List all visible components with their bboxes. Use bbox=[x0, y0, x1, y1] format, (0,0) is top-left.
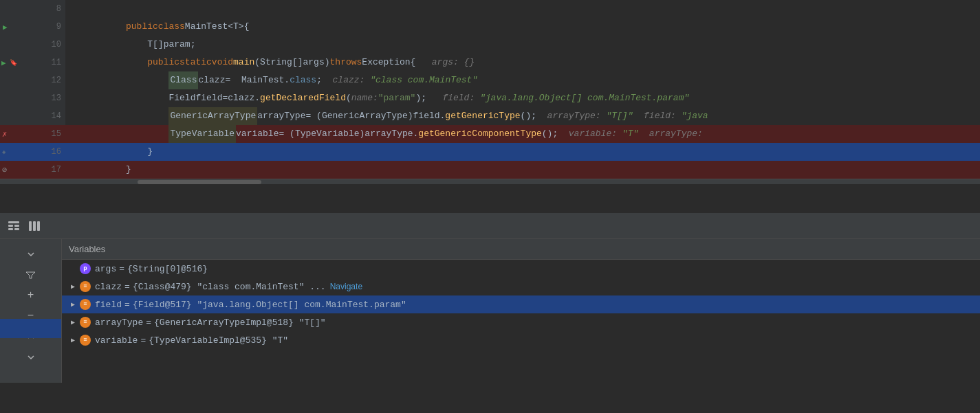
svg-rect-4 bbox=[14, 228, 19, 230]
expand-field[interactable]: ▶ bbox=[67, 299, 78, 310]
variable-list[interactable]: p args = {String[0]@516} ▶ ≡ clazz = {Cl… bbox=[62, 260, 980, 383]
no-entry-icon-17: ⊘ bbox=[2, 165, 7, 175]
code-line-9: ▶ 9 public class MainTest<T> { bbox=[0, 18, 980, 36]
code-line-12: 12 Class clazz = MainTest.class; clazz: … bbox=[0, 71, 980, 89]
navigate-clazz[interactable]: Navigate bbox=[330, 282, 362, 291]
columns-view-button[interactable] bbox=[26, 218, 43, 234]
line-content-14: GenericArrayType arrayType = (GenericArr… bbox=[65, 107, 980, 125]
line-content-11: public static void main(String[] args) t… bbox=[65, 54, 980, 71]
selected-highlight bbox=[0, 319, 61, 338]
var-name-variable: variable bbox=[95, 335, 138, 346]
svg-rect-6 bbox=[33, 221, 36, 231]
variables-panel: + − Variables bbox=[0, 239, 980, 383]
variables-header: Variables bbox=[62, 239, 980, 260]
move-down-button[interactable] bbox=[21, 348, 41, 367]
line-num-14: 14 bbox=[0, 107, 65, 125]
line-num-13: 13 bbox=[0, 89, 65, 107]
svg-rect-2 bbox=[14, 225, 19, 227]
var-name-field: field bbox=[95, 300, 122, 310]
variable-list-container: Variables p args = {String[0]@516} ▶ ≡ c… bbox=[62, 239, 980, 383]
var-value-arraytype: {GenericArrayTypeImpl@518} "T[]" bbox=[154, 317, 326, 328]
line-num-8: 8 bbox=[0, 0, 65, 18]
var-name-arraytype: arrayType bbox=[95, 317, 143, 328]
filter-button[interactable] bbox=[21, 265, 41, 284]
code-line-10: 10 T[] param; bbox=[0, 36, 980, 54]
line-num-17: ⊘ 17 bbox=[0, 161, 65, 179]
expand-args bbox=[67, 263, 78, 274]
line-num-16: ◈ 16 bbox=[0, 143, 65, 161]
line-num-10: 10 bbox=[0, 36, 65, 54]
expand-arraytype[interactable]: ▶ bbox=[67, 317, 78, 328]
line-content-9: public class MainTest<T> { bbox=[65, 18, 980, 36]
horizontal-scrollbar-thumb[interactable] bbox=[138, 180, 261, 184]
var-item-arraytype[interactable]: ▶ ≡ arrayType = {GenericArrayTypeImpl@51… bbox=[62, 313, 980, 331]
expand-clazz[interactable]: ▶ bbox=[67, 281, 78, 292]
svg-rect-3 bbox=[8, 228, 13, 230]
code-line-16: ◈ 16 } bbox=[0, 143, 980, 161]
line-num-11: ▶ 🔖 11 bbox=[0, 54, 65, 71]
run-icon-9[interactable]: ▶ bbox=[3, 23, 8, 32]
var-icon-arraytype: ≡ bbox=[80, 317, 91, 328]
line-content-17: } bbox=[65, 161, 980, 179]
var-item-args[interactable]: p args = {String[0]@516} bbox=[62, 260, 980, 278]
line-content-15: TypeVariable variable = (TypeVariable) a… bbox=[65, 125, 980, 143]
scroll-down-button[interactable] bbox=[21, 245, 41, 264]
var-item-clazz[interactable]: ▶ ≡ clazz = {Class@479} "class com.MainT… bbox=[62, 278, 980, 295]
line-content-12: Class clazz = MainTest.class; clazz: "cl… bbox=[65, 71, 980, 89]
var-item-variable[interactable]: ▶ ≡ variable = {TypeVariableImpl@535} "T… bbox=[62, 331, 980, 349]
code-line-15: ✗ 15 TypeVariable variable = (TypeVariab… bbox=[0, 125, 980, 143]
line-num-15: ✗ 15 bbox=[0, 125, 65, 143]
left-actions-column: + − bbox=[0, 239, 62, 383]
code-line-13: 13 Field field = clazz.getDeclaredField(… bbox=[0, 89, 980, 107]
editor-scrollbar[interactable] bbox=[0, 179, 980, 184]
var-name-clazz: clazz bbox=[95, 282, 122, 292]
line-num-12: 12 bbox=[0, 71, 65, 89]
var-value-clazz: {Class@479} "class com.MainTest" ... bbox=[133, 282, 326, 292]
var-value-args: {String[0]@516} bbox=[127, 264, 208, 274]
code-line-14: 14 GenericArrayType arrayType = (Generic… bbox=[0, 107, 980, 125]
code-line-11: ▶ 🔖 11 public static void main(String[] … bbox=[0, 54, 980, 71]
bookmark-small-16: ◈ bbox=[2, 148, 6, 156]
var-icon-args: p bbox=[80, 263, 91, 274]
bottom-panel: + − Variables bbox=[0, 213, 980, 383]
debug-toolbar bbox=[0, 213, 980, 239]
var-name-args: args bbox=[95, 264, 116, 274]
code-line-17: ⊘ 17 } bbox=[0, 161, 980, 179]
line-content-10: T[] param; bbox=[65, 36, 980, 54]
table-view-button[interactable] bbox=[6, 218, 22, 234]
expand-variable[interactable]: ▶ bbox=[67, 335, 78, 346]
var-icon-field: ≡ bbox=[80, 299, 91, 310]
var-icon-clazz: ≡ bbox=[80, 281, 91, 292]
bookmark-icon-11: 🔖 bbox=[10, 59, 17, 67]
line-content-16: } bbox=[65, 143, 980, 161]
svg-rect-7 bbox=[37, 221, 40, 231]
code-line-8: 8 bbox=[0, 0, 980, 18]
error-icon-15: ✗ bbox=[2, 129, 7, 139]
code-editor: 8 ▶ 9 public class MainTest<T> { 10 T[] … bbox=[0, 0, 980, 213]
var-value-variable: {TypeVariableImpl@535} "T" bbox=[149, 335, 288, 346]
var-icon-variable: ≡ bbox=[80, 335, 91, 346]
var-item-field[interactable]: ▶ ≡ field = {Field@517} "java.lang.Objec… bbox=[62, 295, 980, 313]
svg-rect-0 bbox=[8, 221, 19, 223]
svg-rect-1 bbox=[8, 225, 13, 227]
variables-title: Variables bbox=[69, 244, 105, 254]
svg-rect-5 bbox=[29, 221, 32, 231]
line-content-13: Field field = clazz.getDeclaredField( na… bbox=[65, 89, 980, 107]
add-watch-button[interactable]: + bbox=[21, 286, 41, 305]
line-num-9: ▶ 9 bbox=[0, 18, 65, 36]
run-icon-11[interactable]: ▶ bbox=[1, 58, 6, 67]
line-content-8 bbox=[65, 0, 980, 18]
var-value-field: {Field@517} "java.lang.Object[] com.Main… bbox=[133, 300, 406, 310]
